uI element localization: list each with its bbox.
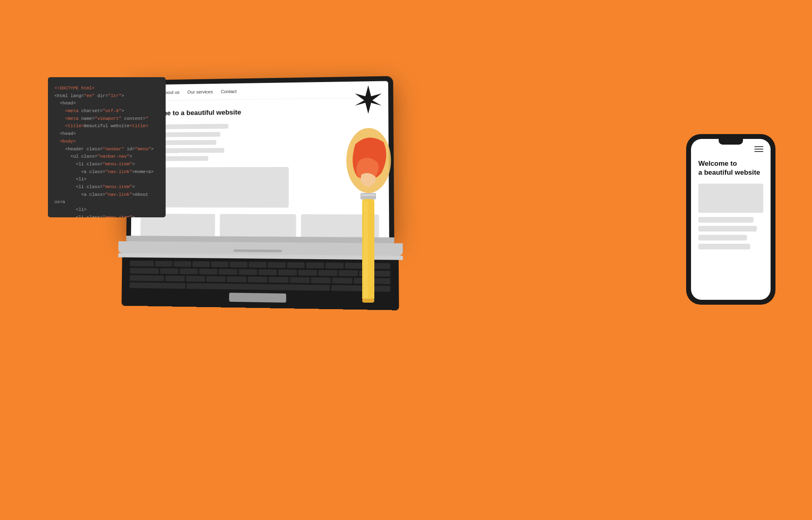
svg-rect-3 bbox=[361, 194, 375, 196]
nav-services[interactable]: Our services bbox=[187, 89, 213, 95]
phone-placeholder-2 bbox=[698, 217, 754, 223]
hamburger-icon[interactable] bbox=[754, 146, 763, 152]
phone-illustration: Welcome toa beautiful website bbox=[686, 134, 775, 305]
svg-rect-5 bbox=[364, 201, 368, 299]
phone-placeholder-1 bbox=[698, 184, 763, 213]
svg-rect-6 bbox=[362, 299, 374, 303]
svg-marker-0 bbox=[355, 85, 382, 114]
code-panel: <!DOCTYPE html> <html lang="en" dir="ltr… bbox=[48, 77, 166, 217]
phone-placeholder-3 bbox=[698, 226, 757, 232]
svg-rect-2 bbox=[361, 193, 376, 199]
nav-contact[interactable]: Contact bbox=[221, 89, 237, 94]
card-2 bbox=[220, 214, 296, 238]
phone-placeholder-4 bbox=[698, 235, 747, 240]
phone-placeholder-5 bbox=[698, 244, 750, 249]
phone-hero-title: Welcome toa beautiful website bbox=[698, 159, 763, 177]
paintbrush-illustration bbox=[333, 79, 404, 323]
phone-notch bbox=[719, 139, 743, 145]
